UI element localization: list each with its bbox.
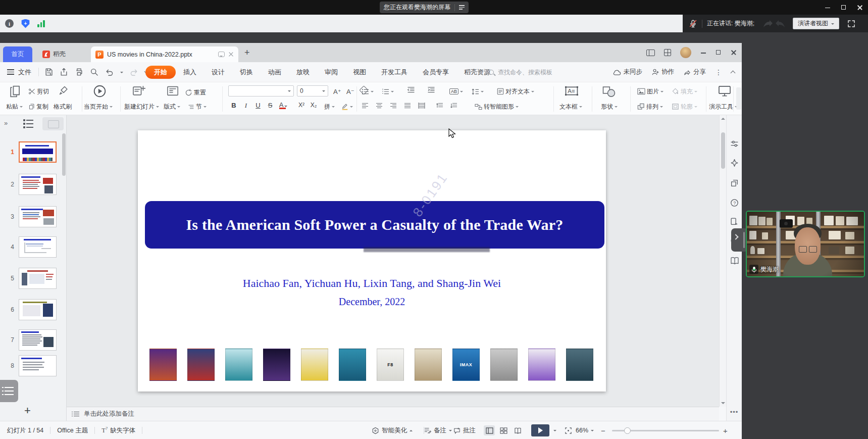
wps-minimize-button[interactable] [700,50,706,56]
normal-view-button[interactable] [484,425,495,435]
distribute-icon[interactable] [418,103,425,110]
shapes-icon[interactable] [602,85,616,99]
new-tab-button[interactable]: + [244,47,250,58]
align-right-icon[interactable] [390,103,397,110]
slide-thumbnail-6[interactable]: 6 [0,299,67,322]
play-from-current-button[interactable]: 当页开始 [84,102,113,112]
panel-collapse-icon[interactable]: » [4,119,8,127]
scrollbar-thumb[interactable] [721,132,725,169]
object-layers-button[interactable] [0,380,18,402]
reset-button[interactable]: 重置 [185,87,206,97]
maximize-button[interactable] [841,5,847,11]
watching-banner[interactable]: 您正在观看樊海潮的屏幕 [380,2,469,13]
slide-sorter-button[interactable] [42,117,64,130]
slide-thumbnail-1[interactable]: 1 [0,141,67,165]
numbering-button[interactable] [382,86,394,96]
arrange-button[interactable]: 排列 [637,102,663,112]
slide-thumbnail-7[interactable]: 7 [0,329,67,353]
menu-tab-切换[interactable]: 切换 [232,62,261,82]
collapse-ribbon-icon[interactable] [731,71,736,76]
thumbnail-preview[interactable] [19,174,57,195]
notes-placeholder[interactable]: 单击此处添加备注 [84,410,134,418]
webcam-thumbnail[interactable]: 樊海潮 [746,211,865,277]
increase-indent-icon[interactable] [427,86,435,94]
info-icon[interactable]: i [5,19,14,28]
help-icon[interactable]: ? [730,199,739,209]
decrease-indent-icon[interactable] [407,86,415,94]
menu-tab-设计[interactable]: 设计 [204,62,232,82]
new-slide-button[interactable]: 新建幻灯片 [124,102,159,112]
zoom-in-button[interactable]: + [723,421,728,439]
underline-button[interactable]: U [253,102,263,109]
pane-layout-icon[interactable] [646,50,655,56]
search-input[interactable] [497,68,578,76]
panel-scrollbar[interactable] [62,133,66,176]
menu-tab-视图[interactable]: 视图 [345,62,374,82]
highlight-button[interactable] [341,102,353,112]
decrease-font-button[interactable]: A⁻ [346,86,354,96]
comments-button[interactable]: 批注 [453,421,476,439]
menu-tab-开发工具[interactable]: 开发工具 [374,62,415,82]
slide-canvas[interactable]: Is the American Soft Power a Casualty of… [67,115,719,407]
title-banner[interactable]: Is the American Soft Power a Casualty of… [145,201,604,249]
wps-maximize-button[interactable] [716,50,722,56]
signature-icon[interactable] [730,217,739,228]
ribbon-overflow[interactable] [736,87,741,110]
shapes-button[interactable]: 形状 [601,102,618,112]
line-spacing-button[interactable] [472,86,484,96]
slide-thumbnail-8[interactable]: 8 [0,355,67,378]
thumbnail-preview[interactable] [19,329,57,351]
comment-bubble-icon[interactable] [218,52,225,57]
layout-button[interactable]: 版式 [164,102,180,112]
thumbnail-preview[interactable] [19,299,57,320]
more-options-icon[interactable]: ⋮ [715,68,722,76]
to-smartart-button[interactable]: 转智能图形 [475,102,519,112]
italic-button[interactable]: I [241,102,250,110]
reading-view-button[interactable] [512,425,523,435]
spacing-decrease-icon[interactable] [450,103,457,110]
menu-tab-插入[interactable]: 插入 [176,62,204,82]
tab-docer[interactable]: 稻壳 [36,46,88,62]
close-button[interactable] [857,5,863,11]
properties-icon[interactable] [730,139,739,150]
paste-icon[interactable] [8,85,21,100]
collaborate-button[interactable]: 协作 [651,68,674,76]
fill-button[interactable]: 填充 [672,86,697,96]
outline-button[interactable]: 轮廓 [672,102,697,112]
subscript-button[interactable]: X₂ [309,102,318,109]
notes-bar[interactable]: 单击此处添加备注 [67,407,719,421]
menu-tab-审阅[interactable]: 审阅 [317,62,345,82]
notes-button[interactable]: 备注 [424,421,452,439]
new-slide-icon[interactable] [132,85,145,99]
wps-close-button[interactable] [731,50,737,56]
thumbnail-preview[interactable] [19,206,57,227]
zoom-level-button[interactable]: 66% [576,421,594,439]
section-button[interactable]: 节 [188,102,207,112]
missing-font-label[interactable]: 缺失字体 [110,426,135,435]
sync-status-button[interactable]: 未同步 [612,68,643,76]
undo-icon[interactable] [105,68,114,76]
microphone-muted-icon[interactable] [689,19,697,28]
zoom-slider-track[interactable] [612,430,719,431]
thumbnail-preview[interactable] [19,268,57,289]
font-size-select[interactable]: 0 [297,85,328,96]
menu-tab-会员专享[interactable]: 会员专享 [415,62,456,82]
align-text-button[interactable]: 对齐文本 [497,86,534,96]
grid-apps-icon[interactable] [664,49,671,56]
superscript-button[interactable]: X² [297,102,306,109]
bullets-button[interactable] [362,86,374,96]
present-tools-icon[interactable] [718,85,731,99]
rail-more-icon[interactable]: ••• [727,408,742,416]
undo-dropdown-icon[interactable] [120,72,123,73]
scroll-up-icon[interactable] [721,118,725,120]
font-color-button[interactable]: A [279,101,288,109]
slideshow-play-button[interactable] [531,424,549,436]
font-name-select[interactable] [228,85,294,96]
thumbnail-preview[interactable] [19,141,57,163]
menu-tab-开始[interactable]: 开始 [145,66,176,79]
format-painter-icon[interactable] [59,85,69,97]
beautify-button[interactable]: 智能美化 [372,421,413,439]
canvas-scrollbar[interactable] [719,115,726,407]
slide-thumbnail-4[interactable]: 4 [0,236,67,260]
picture-button[interactable]: 图片 [637,86,663,96]
